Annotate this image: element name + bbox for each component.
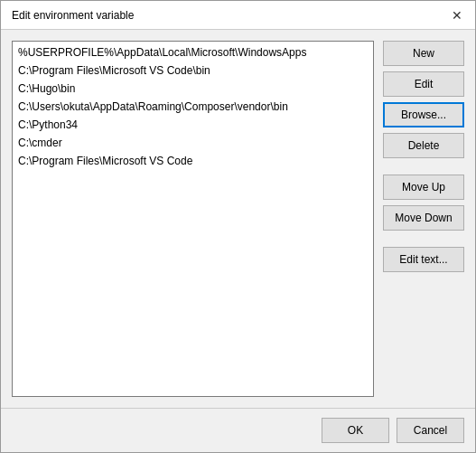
dialog-title: Edit environment variable	[12, 9, 134, 22]
list-item[interactable]: C:\Users\okuta\AppData\Roaming\Composer\…	[13, 98, 373, 116]
delete-button[interactable]: Delete	[383, 133, 464, 158]
edit-text-button[interactable]: Edit text...	[383, 247, 464, 272]
new-button[interactable]: New	[383, 41, 464, 66]
list-item[interactable]: C:\Program Files\Microsoft VS Code\bin	[13, 61, 373, 80]
list-item[interactable]: C:\Program Files\Microsoft VS Code	[13, 152, 373, 170]
dialog: Edit environment variable ✕ %USERPROFILE…	[0, 0, 476, 453]
browse-button[interactable]: Browse...	[383, 102, 464, 127]
move-up-button[interactable]: Move Up	[383, 175, 464, 200]
env-var-list[interactable]: %USERPROFILE%\AppData\Local\Microsoft\Wi…	[12, 41, 374, 397]
list-item[interactable]: C:\cmder	[13, 134, 373, 152]
footer: OK Cancel	[1, 408, 475, 452]
content-area: %USERPROFILE%\AppData\Local\Microsoft\Wi…	[1, 30, 475, 408]
close-button[interactable]: ✕	[450, 8, 464, 23]
edit-button[interactable]: Edit	[383, 71, 464, 97]
button-panel: New Edit Browse... Delete Move Up Move D…	[383, 41, 464, 397]
list-item[interactable]: C:\Python34	[13, 116, 373, 134]
title-bar: Edit environment variable ✕	[1, 1, 475, 30]
list-item[interactable]: C:\Hugo\bin	[13, 80, 373, 98]
move-down-button[interactable]: Move Down	[383, 205, 464, 231]
list-item[interactable]: %USERPROFILE%\AppData\Local\Microsoft\Wi…	[13, 43, 373, 61]
cancel-button[interactable]: Cancel	[397, 418, 464, 443]
ok-button[interactable]: OK	[322, 418, 389, 443]
